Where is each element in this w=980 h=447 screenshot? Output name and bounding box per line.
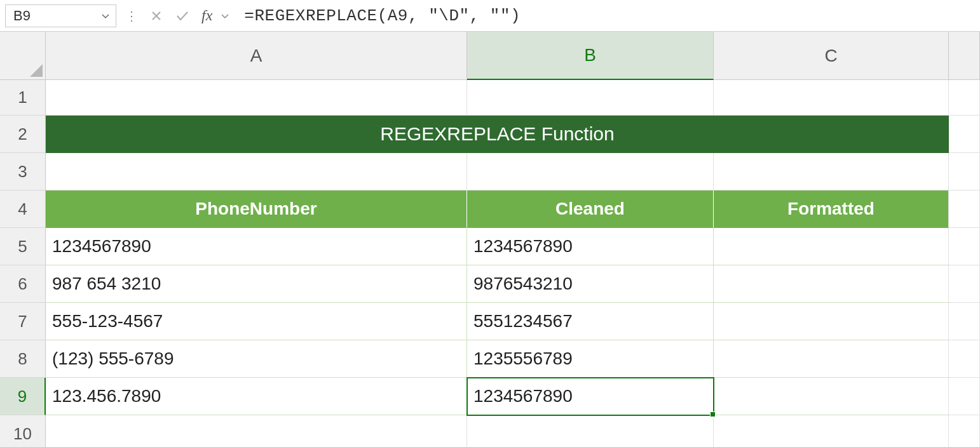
cell-B9[interactable]: 1234567890	[467, 378, 714, 415]
cell-D10[interactable]	[949, 415, 980, 447]
cell-A1[interactable]	[46, 80, 467, 116]
cell-D5[interactable]	[949, 228, 980, 265]
name-box[interactable]: B9	[5, 4, 116, 27]
cell-C1[interactable]	[714, 80, 949, 116]
column-header-B[interactable]: B	[467, 32, 714, 80]
cell-C3[interactable]	[714, 153, 949, 190]
cell-D7[interactable]	[949, 303, 980, 340]
cell-C10[interactable]	[714, 415, 949, 447]
cell-A7[interactable]: 555-123-4567	[46, 303, 467, 340]
cell-B5[interactable]: 1234567890	[467, 228, 714, 265]
chevron-down-icon[interactable]	[221, 11, 234, 21]
row-header-7[interactable]: 7	[0, 303, 46, 340]
cell-D9[interactable]	[949, 378, 980, 415]
divider-icon: ⋮	[123, 8, 140, 23]
row-header-8[interactable]: 8	[0, 340, 46, 378]
enter-icon[interactable]	[172, 10, 193, 22]
cell-C9[interactable]	[714, 378, 949, 415]
chevron-down-icon[interactable]	[102, 11, 109, 21]
row-header-5[interactable]: 5	[0, 228, 46, 265]
column-header-A[interactable]: A	[46, 32, 467, 80]
cell-C8[interactable]	[714, 340, 949, 378]
column-header-next[interactable]	[949, 32, 980, 80]
cell-D3[interactable]	[949, 153, 980, 190]
select-all-corner[interactable]	[0, 32, 46, 80]
cell-D8[interactable]	[949, 340, 980, 378]
fx-icon[interactable]: fx	[199, 7, 215, 24]
cell-D4[interactable]	[949, 190, 980, 228]
cell-A5[interactable]: 1234567890	[46, 228, 467, 265]
cell-B3[interactable]	[467, 153, 714, 190]
cell-B8[interactable]: 1235556789	[467, 340, 714, 378]
cell-reference: B9	[13, 8, 31, 24]
cell-D6[interactable]	[949, 265, 980, 303]
cell-A8[interactable]: (123) 555-6789	[46, 340, 467, 378]
header-formatted[interactable]: Formatted	[714, 190, 949, 228]
row-header-9[interactable]: 9	[0, 378, 46, 415]
cell-D1[interactable]	[949, 80, 980, 116]
cell-A3[interactable]	[46, 153, 467, 190]
header-cleaned[interactable]: Cleaned	[467, 190, 714, 228]
spreadsheet-grid: A B C 1 2 3 4 5 6 7 8 9 10	[0, 32, 980, 447]
title-cell[interactable]: REGEXREPLACE Function	[46, 116, 949, 153]
cell-B10[interactable]	[467, 415, 714, 447]
fill-handle[interactable]	[710, 411, 716, 417]
row-header-2[interactable]: 2	[0, 116, 46, 153]
row-header-10[interactable]: 10	[0, 415, 46, 447]
column-header-C[interactable]: C	[714, 32, 949, 80]
cell-value: 1234567890	[473, 386, 573, 406]
cell-A6[interactable]: 987 654 3210	[46, 265, 467, 303]
header-phonenumber[interactable]: PhoneNumber	[46, 190, 467, 228]
formula-bar: B9 ⋮ fx =REGEXREPLACE(A9, "\D", "")	[0, 0, 980, 32]
row-header-4[interactable]: 4	[0, 190, 46, 228]
cell-B6[interactable]: 9876543210	[467, 265, 714, 303]
cancel-icon[interactable]	[147, 10, 166, 22]
row-header-3[interactable]: 3	[0, 153, 46, 190]
cell-C7[interactable]	[714, 303, 949, 340]
cell-B1[interactable]	[467, 80, 714, 116]
row-header-6[interactable]: 6	[0, 265, 46, 303]
cell-B7[interactable]: 5551234567	[467, 303, 714, 340]
cell-C5[interactable]	[714, 228, 949, 265]
cell-C6[interactable]	[714, 265, 949, 303]
cell-A9[interactable]: 123.456.7890	[46, 378, 467, 415]
row-header-1[interactable]: 1	[0, 80, 46, 116]
cell-A10[interactable]	[46, 415, 467, 447]
formula-input[interactable]: =REGEXREPLACE(A9, "\D", "")	[240, 4, 975, 27]
cell-D2[interactable]	[949, 116, 980, 153]
